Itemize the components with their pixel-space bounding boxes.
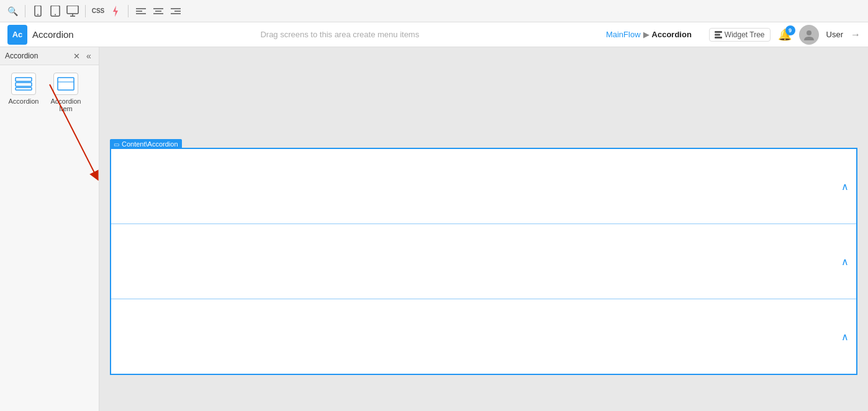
tablet-icon[interactable] [48, 4, 63, 19]
breadcrumb-arrow: ▶ [643, 30, 649, 39]
svg-rect-4 [67, 6, 78, 14]
breadcrumb-parent[interactable]: MainFlow [606, 30, 641, 39]
sidebar-close-button[interactable]: ✕ [71, 51, 81, 61]
accordion-panel-1-chevron[interactable]: ∧ [841, 181, 849, 192]
accordion-panel-3: ∧ [111, 299, 856, 374]
toolbar-separator-3 [128, 5, 129, 17]
accordion-item-widget-icon [53, 73, 78, 95]
svg-rect-18 [715, 34, 720, 35]
svg-rect-21 [16, 78, 32, 81]
logout-icon[interactable]: → [851, 29, 861, 40]
sidebar: Accordion ✕ « Accordion [0, 47, 99, 411]
accordion-container: ∧ ∧ ∧ [110, 148, 857, 375]
user-name: User [826, 30, 843, 39]
accordion-panel-1-content [111, 149, 856, 224]
svg-rect-22 [16, 83, 32, 86]
widget-tree-button[interactable]: Widget Tree [709, 28, 771, 42]
sidebar-item-accordion-item[interactable]: Accordion Item [47, 73, 84, 112]
widget-label-tag: ▭ Content\Accordion [110, 139, 182, 149]
sidebar-header-icons: ✕ « [71, 51, 94, 61]
css-icon[interactable]: CSS [91, 4, 106, 19]
breadcrumb: MainFlow ▶ Accordion [606, 30, 692, 39]
svg-point-1 [37, 14, 38, 15]
accordion-widget-icon [11, 73, 36, 95]
accordion-item-label: Accordion Item [47, 97, 84, 112]
accordion-panel-1: ∧ [111, 149, 856, 224]
header-right: MainFlow ▶ Accordion Widget Tree 🔔 9 Use… [606, 25, 861, 45]
user-avatar [799, 25, 819, 45]
sidebar-items: Accordion Accordion Item [0, 65, 99, 120]
main-layout: Accordion ✕ « Accordion [0, 47, 868, 411]
svg-rect-19 [715, 37, 722, 38]
align-right-icon[interactable] [168, 4, 183, 19]
mobile-icon[interactable] [30, 4, 45, 19]
svg-point-3 [55, 14, 56, 15]
zoom-icon[interactable]: 🔍 [5, 4, 20, 19]
svg-rect-17 [715, 31, 722, 33]
accordion-panel-2-content [111, 224, 856, 299]
breadcrumb-current: Accordion [652, 30, 692, 39]
accordion-panel-2-chevron[interactable]: ∧ [841, 256, 849, 268]
accordion-panel-3-content [111, 299, 856, 374]
desktop-icon[interactable] [65, 4, 80, 19]
accordion-badge: Ac [7, 25, 27, 45]
widget-tree-label: Widget Tree [725, 30, 765, 39]
notification-badge: 9 [785, 25, 795, 35]
header-left: Ac Accordion [7, 25, 74, 45]
header-drag-hint: Drag screens to this area create menu it… [74, 30, 606, 39]
widget-label-icon: ▭ [114, 141, 119, 148]
sidebar-item-accordion[interactable]: Accordion [5, 73, 42, 112]
svg-marker-7 [113, 6, 118, 17]
accordion-panel-2: ∧ [111, 224, 856, 299]
header-bar: Ac Accordion Drag screens to this area c… [0, 22, 868, 47]
notification-bell[interactable]: 🔔 9 [778, 28, 792, 42]
sidebar-header: Accordion ✕ « [0, 47, 99, 65]
toolbar-separator-2 [85, 5, 86, 17]
canvas-area[interactable]: ▭ Content\Accordion ∧ ∧ ∧ [99, 47, 868, 411]
svg-point-20 [807, 30, 811, 35]
align-left-icon[interactable] [133, 4, 148, 19]
svg-rect-23 [16, 88, 32, 90]
accordion-panel-3-chevron[interactable]: ∧ [841, 331, 849, 343]
sidebar-collapse-button[interactable]: « [84, 51, 94, 61]
sidebar-search-label: Accordion [5, 52, 38, 60]
widget-label-text: Content\Accordion [122, 140, 178, 148]
align-center-icon[interactable] [151, 4, 166, 19]
top-toolbar: 🔍 CSS [0, 0, 868, 22]
lightning-icon[interactable] [108, 4, 123, 19]
toolbar-separator-1 [25, 5, 25, 17]
header-title: Accordion [32, 29, 74, 40]
svg-rect-24 [58, 78, 74, 90]
accordion-label: Accordion [9, 97, 39, 105]
